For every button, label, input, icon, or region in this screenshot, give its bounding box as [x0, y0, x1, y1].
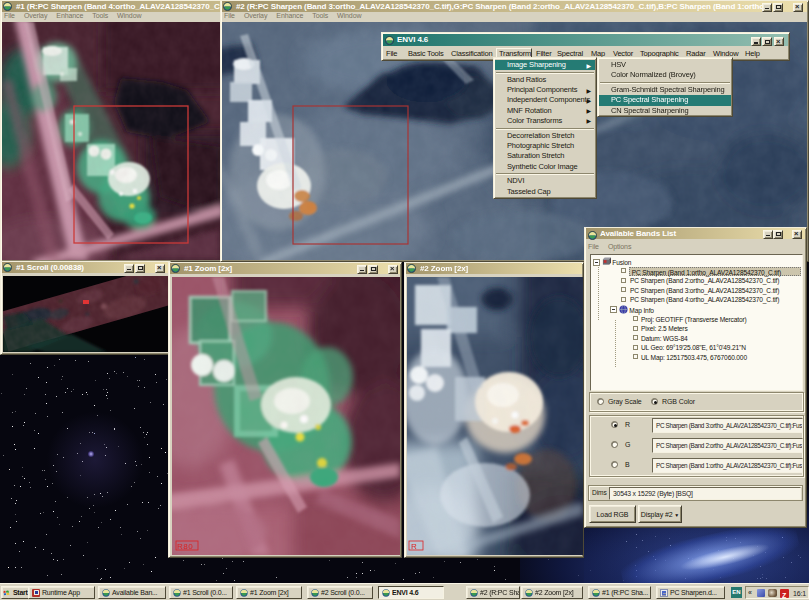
svg-text:R: R: [411, 542, 417, 551]
